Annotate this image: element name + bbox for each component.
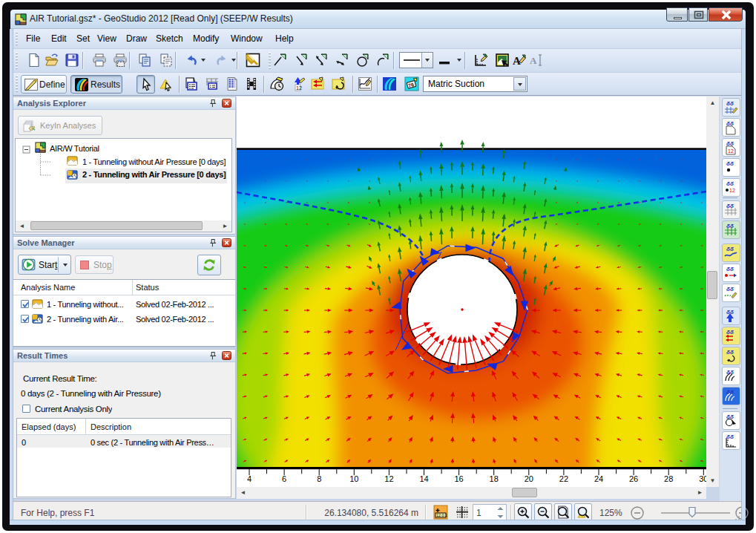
- svg-text:24: 24: [594, 474, 603, 483]
- svg-text:12: 12: [729, 188, 735, 193]
- svg-text:10: 10: [349, 474, 358, 483]
- svg-text:22: 22: [559, 474, 568, 483]
- svg-text:δδ: δδ: [726, 286, 734, 292]
- svg-text:12: 12: [296, 85, 302, 91]
- svg-text:4: 4: [247, 474, 252, 483]
- svg-text:δδ: δδ: [726, 203, 734, 209]
- svg-text:18: 18: [490, 474, 499, 483]
- svg-text:28: 28: [664, 474, 673, 483]
- svg-text:20: 20: [525, 474, 533, 483]
- svg-text:δδ: δδ: [726, 266, 734, 272]
- svg-text:δδ: δδ: [726, 100, 734, 107]
- svg-text:12.0.1: 12.0.1: [436, 513, 447, 517]
- svg-text:8: 8: [317, 474, 321, 483]
- svg-text:δδ: δδ: [726, 389, 734, 396]
- svg-text:δδ: δδ: [726, 180, 734, 187]
- svg-text:A: A: [530, 55, 537, 66]
- svg-text:30: 30: [699, 474, 706, 483]
- svg-text:16: 16: [454, 474, 463, 483]
- svg-text:12: 12: [384, 474, 393, 483]
- svg-text:6: 6: [282, 474, 286, 483]
- svg-text:δδ: δδ: [726, 349, 734, 356]
- svg-text:δδ: δδ: [726, 329, 734, 336]
- svg-text:δδ: δδ: [726, 246, 734, 252]
- svg-text:26: 26: [629, 474, 638, 483]
- svg-text:12: 12: [728, 148, 734, 154]
- svg-text:δδ: δδ: [726, 160, 734, 167]
- svg-text:14: 14: [419, 474, 428, 483]
- svg-text:δδ: δδ: [726, 369, 734, 376]
- svg-text:δδ: δδ: [726, 434, 734, 440]
